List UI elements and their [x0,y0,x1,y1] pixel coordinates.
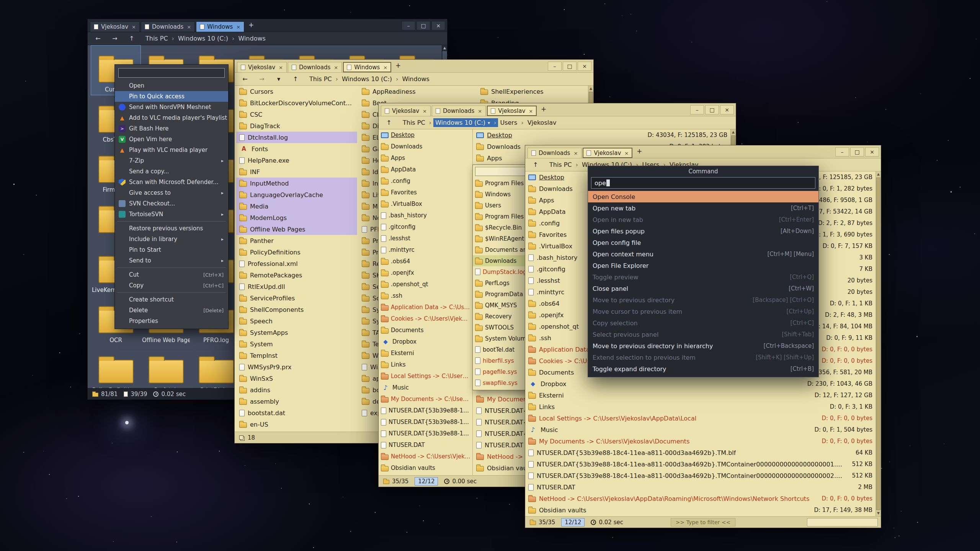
context-menu-item[interactable]: Restore previous versions ▸ [115,223,228,234]
maximize-button[interactable]: □ [850,147,864,156]
tab-close-icon[interactable]: × [333,65,338,70]
file-row[interactable]: NetHood -> C:\Users\Vjekoslav\AppData\Ro… [525,493,875,504]
breadcrumb-item[interactable]: Windows 10 (C:) [340,75,400,83]
file-row[interactable]: NetHood -> C:\Users\Vjekoslav\AppData\Ro… [379,451,472,462]
context-menu-item[interactable]: Properties ▸ [115,316,228,326]
file-row[interactable]: .ssh [379,290,472,302]
context-menu-item[interactable]: ▸ [115,220,228,223]
up-button[interactable]: ↑ [384,119,394,126]
file-row[interactable]: .openjfx [379,267,472,279]
file-row[interactable]: Eksterni [379,347,472,359]
tab[interactable]: Vjekoslav × [90,21,140,32]
file-row[interactable]: .obs64 [379,256,472,267]
file-row[interactable]: System [236,338,357,350]
file-row[interactable]: Documents [379,324,472,336]
palette-command-item[interactable]: Close panel [Ctrl+W] [588,283,818,294]
file-row[interactable]: Downloads [379,141,472,152]
file-row[interactable]: Offline Web Pages [236,223,357,235]
file-row[interactable]: WMSysPr9.prx [236,361,357,373]
breadcrumb-item[interactable]: Windows [400,75,431,83]
breadcrumb-item[interactable]: This PC [547,160,580,169]
palette-command-item[interactable]: Open context menu [Ctrl+M] [Menu] [588,248,818,260]
scroll-down-icon[interactable]: ▼ [876,510,881,516]
context-menu-item[interactable]: Play with VLC media player ▸ [115,145,228,155]
file-row[interactable]: NTUSER.DAT{53b39e88-18c4-11ea-a811-000d3… [379,405,472,416]
file-row[interactable]: PolicyDefinitions [236,246,357,258]
file-row[interactable]: Apps [379,152,472,164]
file-row[interactable]: assembly [236,396,357,407]
tab-close-icon[interactable]: × [235,24,240,30]
forward-button[interactable]: → [257,75,267,83]
file-row[interactable]: Professional.xml [236,258,357,269]
file-row[interactable]: Panther [236,235,357,246]
tab-close-icon[interactable]: × [528,108,533,114]
file-row[interactable]: NTUSER.DAT 2 MB [525,481,875,493]
file-row[interactable]: Speech [236,315,357,327]
history-dropdown-icon[interactable]: ▾ [274,75,284,83]
palette-command-item[interactable]: Copy selection [Ctrl+C] [588,317,818,329]
context-menu-item[interactable]: ▸ [115,291,228,294]
context-menu-item[interactable]: Create shortcut ▸ [115,294,228,305]
tab[interactable]: Windows × [343,62,391,72]
win4-scrollbar[interactable]: ▲ ▼ [875,171,881,516]
context-menu-item[interactable]: Pin to Start ▸ [115,245,228,255]
file-row[interactable]: My Documents -> C:\Users\Vjekoslav\Docum… [379,393,472,405]
close-button[interactable]: × [578,62,591,71]
file-row[interactable]: Music D: 0, F: 1, 504 bytes [525,424,875,435]
file-row[interactable]: SystemApps [236,327,357,338]
file-row[interactable]: .minttyrc [379,244,472,256]
file-row[interactable]: addins [236,384,357,396]
up-button[interactable]: ↑ [127,35,137,42]
file-row[interactable]: Application Data -> C:\Users\Vjekoslav\A… [379,302,472,313]
context-menu-filter-input[interactable] [118,68,225,78]
file-row[interactable]: HelpPane.exe [236,155,357,166]
file-row[interactable]: Eksterni D: 12, F: 127, 12 GB [525,390,875,401]
tab[interactable]: Downloads × [288,62,342,72]
breadcrumb-item[interactable]: Windows [236,34,267,43]
tab[interactable]: Vjekoslav × [381,106,431,116]
palette-command-item[interactable]: Extend selection to previous item [Shift… [588,352,818,363]
file-row[interactable]: Links [379,359,472,370]
file-row[interactable]: bootstat.dat [236,407,357,419]
file-row[interactable]: Desktop [379,129,472,141]
tab[interactable]: Downloads × [141,21,195,32]
breadcrumb-item[interactable]: This PC [144,34,176,43]
file-row[interactable]: AppData [379,164,472,175]
palette-command-item[interactable]: Toggle preview [Ctrl+Q] [588,271,818,283]
file-row[interactable]: ModemLogs [236,212,357,223]
file-row[interactable]: My Documents -> C:\Users\Vjekoslav\Docum… [525,435,875,447]
scroll-thumb[interactable] [876,178,880,510]
palette-command-item[interactable]: Move to previous directory in hierarchy … [588,340,818,352]
folder-tile[interactable]: PrintDialog [191,346,241,388]
file-row[interactable]: AppReadiness [359,86,476,97]
file-row[interactable]: Dropbox [379,336,472,347]
tab-close-icon[interactable]: × [573,150,578,156]
minimize-button[interactable]: – [402,21,415,30]
file-row[interactable]: ShellExperiences [477,86,588,97]
file-row[interactable]: RemotePackages [236,269,357,281]
file-row[interactable]: Fonts [236,143,357,155]
palette-command-item[interactable]: Open File Explorer [588,260,818,271]
context-menu-item[interactable]: Include in library ▸ [115,234,228,245]
context-menu-item[interactable]: ▸ [115,266,228,269]
file-row[interactable]: Desktop D: 43034, F: 125185, 23 GB [473,129,730,141]
context-menu-item[interactable]: SVN Checkout... ▸ [115,198,228,209]
file-row[interactable]: Local Settings -> C:\Users\Vjekoslav\App… [379,370,472,382]
context-menu-item[interactable]: Copy [Ctrl+C] ▸ [115,280,228,291]
context-menu-item[interactable]: Git Bash Here ▸ [115,123,228,134]
filter-input[interactable] [807,518,878,527]
file-row[interactable]: WinSxS [236,373,357,384]
file-row[interactable]: Cursors [236,86,357,97]
palette-search-input[interactable]: ope [591,177,815,189]
breadcrumb-item[interactable]: This PC ▾ [401,118,433,127]
tab[interactable]: Downloads × [528,148,581,158]
file-row[interactable]: NTUSER.DAT{53b39e88-18c4-11ea-a811-000d3… [525,458,875,470]
tab-close-icon[interactable]: × [131,24,136,30]
maximize-button[interactable]: □ [705,105,719,114]
context-menu-item[interactable]: Open Vim here ▸ [115,134,228,145]
context-menu-item[interactable]: Send to ▸ [115,255,228,266]
palette-command-item[interactable]: Open files popup [Alt+Down] [588,225,818,237]
file-row[interactable]: Media [236,201,357,212]
file-row[interactable]: DtcInstall.log [236,132,357,143]
file-row[interactable]: RtlExUpd.dll [236,281,357,292]
